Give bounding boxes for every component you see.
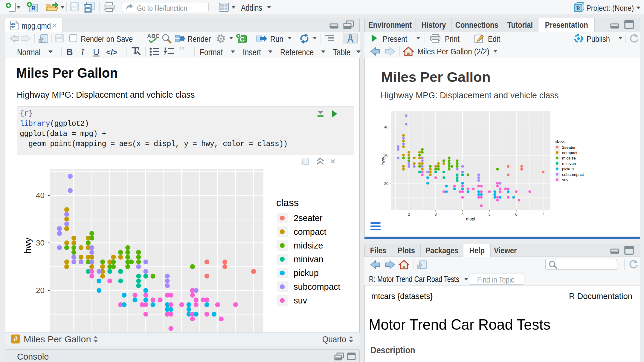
- svg-text:2seater: 2seater: [562, 145, 576, 150]
- svg-text:4: 4: [461, 212, 464, 217]
- svg-text:2seater: 2seater: [294, 213, 323, 223]
- svg-text:hwy: hwy: [23, 237, 33, 253]
- svg-text:pickup: pickup: [294, 268, 319, 278]
- svg-text:suv: suv: [294, 296, 307, 305]
- svg-text:midsize: midsize: [562, 156, 576, 160]
- svg-text:20: 20: [384, 181, 388, 186]
- svg-text:compact: compact: [562, 151, 577, 155]
- svg-text:5: 5: [488, 212, 491, 217]
- svg-text:compact: compact: [294, 227, 326, 237]
- svg-text:displ: displ: [466, 216, 475, 221]
- svg-text:class: class: [276, 197, 299, 208]
- svg-text:subcompact: subcompact: [294, 282, 340, 292]
- svg-text:pickup: pickup: [562, 167, 574, 171]
- svg-text:40: 40: [384, 125, 388, 129]
- svg-text:7: 7: [542, 212, 544, 217]
- svg-text:30: 30: [36, 238, 45, 247]
- svg-text:suv: suv: [562, 178, 568, 182]
- svg-text:20: 20: [36, 286, 45, 295]
- svg-text:2: 2: [408, 212, 410, 217]
- svg-text:3: 3: [435, 212, 437, 217]
- svg-text:hwy: hwy: [380, 157, 385, 165]
- svg-text:40: 40: [36, 191, 45, 200]
- svg-text:minivan: minivan: [562, 161, 576, 166]
- svg-text:class: class: [555, 139, 565, 144]
- svg-text:minivan: minivan: [294, 254, 323, 264]
- svg-text:midsize: midsize: [294, 241, 323, 250]
- svg-text:subcompact: subcompact: [562, 172, 584, 177]
- svg-text:6: 6: [515, 212, 518, 217]
